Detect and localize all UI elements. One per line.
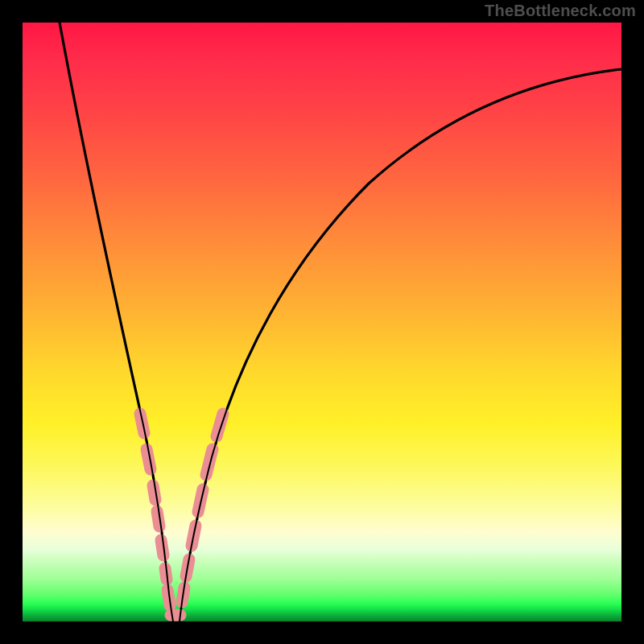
outer-frame: TheBottleneck.com [0, 0, 644, 644]
highlight-beads [140, 414, 223, 615]
curve-layer [23, 23, 621, 621]
plot-area [23, 23, 621, 621]
curve-left-branch-top [60, 23, 173, 621]
watermark-text: TheBottleneck.com [485, 2, 636, 20]
bead [206, 449, 213, 475]
curve-right-branch [180, 69, 621, 621]
curve-right-branch-top [180, 69, 621, 621]
